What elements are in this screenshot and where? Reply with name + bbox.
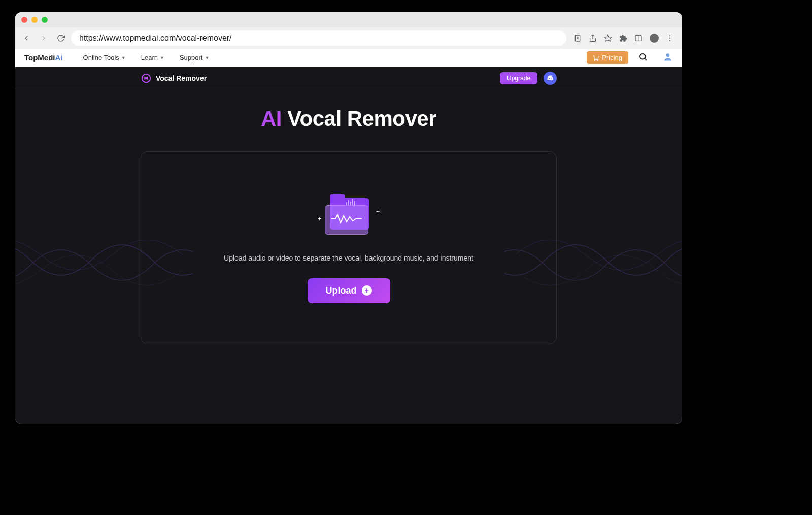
nav-label: Learn — [141, 54, 158, 61]
share-icon[interactable] — [589, 34, 597, 42]
upload-button[interactable]: Upload + — [308, 278, 390, 303]
app-title: Vocal Remover — [156, 74, 207, 82]
svg-point-7 — [669, 40, 670, 41]
upload-label: Upload — [326, 285, 357, 296]
chevron-down-icon: ▼ — [160, 55, 164, 60]
svg-point-10 — [666, 53, 670, 57]
svg-point-5 — [669, 35, 670, 36]
nav-support[interactable]: Support ▼ — [180, 54, 209, 61]
user-icon — [663, 52, 673, 62]
upgrade-label: Upgrade — [507, 75, 530, 82]
nav-reload-button[interactable] — [54, 31, 68, 45]
nav-label: Online Tools — [83, 54, 119, 61]
search-button[interactable] — [638, 52, 648, 63]
brand-text-suffix: Ai — [55, 53, 63, 62]
bookmark-star-icon[interactable] — [604, 34, 612, 42]
brand-logo[interactable]: TopMediAi — [24, 53, 63, 62]
search-icon — [638, 52, 648, 61]
nav-online-tools[interactable]: Online Tools ▼ — [83, 54, 126, 61]
traffic-lights — [21, 17, 48, 23]
extensions-icon[interactable] — [619, 34, 627, 42]
address-bar[interactable]: https://www.topmediai.com/vocal-remover/ — [71, 30, 566, 46]
pricing-button[interactable]: Pricing — [587, 51, 628, 64]
vocal-remover-logo-icon — [141, 73, 152, 84]
brand-text-prefix: TopMedi — [24, 53, 55, 62]
menu-dots-icon[interactable] — [666, 34, 674, 42]
svg-point-6 — [669, 38, 670, 39]
app-subheader: Vocal Remover Upgrade — [15, 67, 682, 89]
nav-learn[interactable]: Learn ▼ — [141, 54, 164, 61]
upload-folder-icon: + + — [321, 193, 377, 239]
main-nav: Online Tools ▼ Learn ▼ Support ▼ — [83, 54, 210, 61]
page-title: AI Vocal Remover — [15, 107, 682, 131]
plus-icon: + — [376, 208, 380, 215]
chevron-down-icon: ▼ — [205, 55, 210, 60]
browser-toolbar: https://www.topmediai.com/vocal-remover/ — [15, 27, 682, 49]
discord-button[interactable] — [544, 72, 557, 85]
window-titlebar — [15, 12, 682, 27]
window-maximize-button[interactable] — [42, 17, 48, 23]
upload-panel: + + Upload audio or video to separate th… — [141, 151, 557, 344]
svg-marker-2 — [604, 35, 611, 41]
pricing-label: Pricing — [602, 54, 622, 61]
toolbar-right — [569, 34, 678, 43]
nav-label: Support — [180, 54, 203, 61]
url-text: https://www.topmediai.com/vocal-remover/ — [79, 34, 232, 43]
site-header: TopMediAi Online Tools ▼ Learn ▼ Support… — [15, 49, 682, 67]
svg-line-9 — [645, 58, 646, 60]
svg-point-12 — [145, 77, 148, 79]
app-area: Vocal Remover Upgrade AI Vocal Remover — [15, 67, 682, 424]
nav-forward-button[interactable] — [37, 31, 51, 45]
plus-icon: + — [318, 215, 321, 222]
title-rest: Vocal Remover — [282, 107, 436, 131]
sidepanel-icon[interactable] — [634, 34, 642, 42]
title-ai-word: AI — [261, 107, 282, 131]
svg-rect-3 — [635, 36, 641, 41]
window-minimize-button[interactable] — [31, 17, 38, 23]
browser-window: https://www.topmediai.com/vocal-remover/… — [15, 12, 682, 424]
discord-icon — [546, 74, 554, 82]
chevron-down-icon: ▼ — [121, 55, 126, 60]
nav-back-button[interactable] — [19, 31, 33, 45]
window-close-button[interactable] — [21, 17, 27, 23]
install-icon[interactable] — [573, 34, 582, 42]
upgrade-button[interactable]: Upgrade — [500, 72, 537, 84]
upload-description: Upload audio or video to separate the vo… — [214, 254, 484, 262]
profile-avatar[interactable] — [650, 34, 659, 43]
svg-point-8 — [640, 54, 646, 59]
account-button[interactable] — [663, 52, 673, 64]
plus-circle-icon: + — [362, 285, 372, 296]
cart-icon — [593, 54, 600, 61]
